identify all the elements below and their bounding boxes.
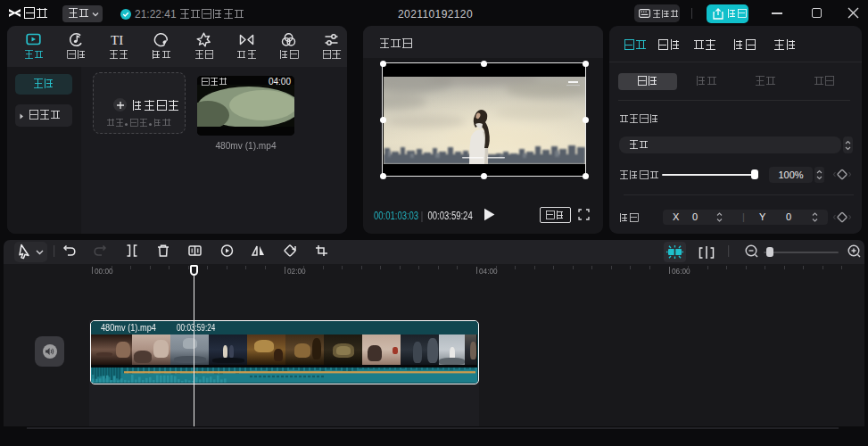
svg-text:TI: TI [111,33,123,47]
